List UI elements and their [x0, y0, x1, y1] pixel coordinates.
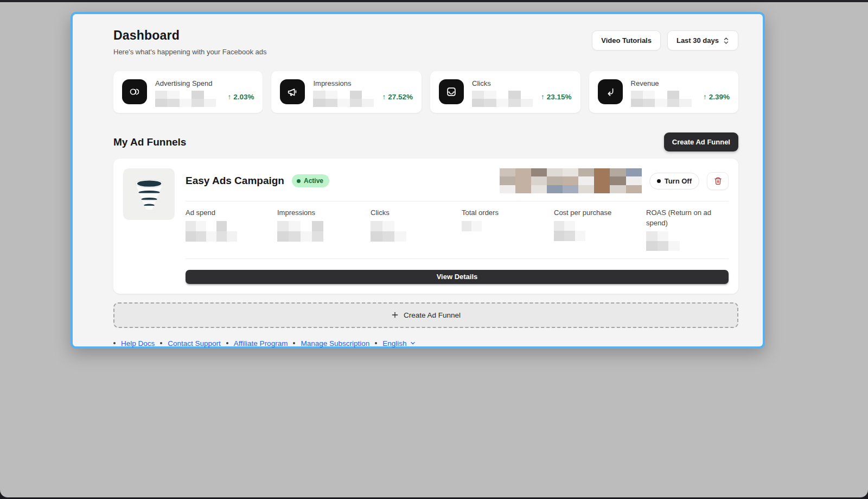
language-label: English [382, 339, 406, 348]
metric-label: Clicks [371, 208, 452, 218]
chevron-down-icon [410, 340, 416, 346]
funnels-section-header: My Ad Funnels Create Ad Funnel [113, 132, 738, 151]
stat-label: Revenue [631, 79, 692, 87]
stat-label: Advertising Spend [155, 79, 216, 87]
language-selector[interactable]: English [382, 339, 416, 348]
redacted-metric-value [646, 231, 680, 251]
turn-off-label: Turn Off [665, 177, 692, 185]
stat-change: ↑ 23.15% [541, 93, 572, 101]
metric-roas: ROAS (Return on ad spend) [646, 208, 729, 251]
stat-card-impressions: Impressions ↑ 27.52% [271, 71, 422, 113]
funnel-icon [128, 173, 170, 216]
stat-label: Clicks [472, 79, 533, 87]
stats-row: Advertising Spend ↑ 2.03% Imp [113, 71, 738, 113]
desktop-backdrop: Dashboard Here's what's happening with y… [0, 2, 868, 497]
app-window: Dashboard Here's what's happening with y… [71, 12, 765, 349]
trash-icon [714, 176, 722, 185]
stat-label: Impressions [313, 79, 374, 87]
stat-card-revenue: Revenue ↑ 2.39% [589, 71, 738, 113]
bullet-icon [113, 342, 116, 344]
bullet-icon [375, 342, 377, 344]
funnel-title-row: Easy Ads Campaign Active Turn Off [186, 168, 729, 193]
return-arrow-icon [598, 79, 623, 104]
stat-change: ↑ 27.52% [382, 93, 413, 101]
create-ad-funnel-cta-label: Create Ad Funnel [404, 311, 461, 319]
metric-label: Total orders [462, 208, 543, 218]
divider [186, 258, 729, 259]
header-actions: Video Tutorials Last 30 days [592, 30, 738, 50]
bullet-icon [293, 342, 295, 344]
redacted-metric-value [186, 221, 237, 242]
page-title: Dashboard [113, 28, 266, 43]
metric-label: Ad spend [186, 208, 267, 218]
video-tutorials-button[interactable]: Video Tutorials [592, 30, 661, 50]
date-range-select[interactable]: Last 30 days [667, 30, 738, 50]
create-ad-funnel-dashed-button[interactable]: Create Ad Funnel [113, 302, 738, 328]
manage-subscription-link[interactable]: Manage Subscription [301, 339, 369, 348]
redacted-ad-creatives [500, 168, 642, 193]
chevron-updown-icon [723, 37, 729, 45]
metric-label: Impressions [277, 208, 359, 218]
metric-label: Cost per purchase [554, 208, 635, 218]
redacted-stat-value [631, 91, 692, 107]
redacted-metric-value [554, 221, 585, 241]
contact-support-link[interactable]: Contact Support [168, 339, 221, 348]
header-titles: Dashboard Here's what's happening with y… [113, 28, 266, 56]
metric-clicks: Clicks [371, 208, 462, 251]
stat-change-value: 23.15% [547, 93, 572, 101]
divider [186, 201, 729, 201]
stat-content: Impressions [313, 79, 374, 107]
turn-off-button[interactable]: Turn Off [649, 173, 699, 190]
redacted-metric-value [371, 221, 406, 242]
funnel-card: Easy Ads Campaign Active Turn Off [113, 159, 738, 294]
stat-content: Revenue [631, 79, 692, 107]
funnel-name: Easy Ads Campaign [186, 175, 284, 187]
coins-icon [122, 79, 147, 104]
date-range-value: Last 30 days [676, 36, 719, 45]
funnel-card-body: Easy Ads Campaign Active Turn Off [186, 168, 729, 284]
stat-change: ↑ 2.03% [227, 93, 254, 101]
footer-links: Help Docs Contact Support Affiliate Prog… [113, 339, 738, 348]
video-tutorials-label: Video Tutorials [601, 36, 652, 45]
stat-content: Advertising Spend [155, 79, 216, 107]
up-arrow-icon: ↑ [382, 93, 386, 101]
stat-change-value: 2.03% [233, 93, 254, 101]
metric-cost-per-purchase: Cost per purchase [554, 208, 646, 251]
metric-total-orders: Total orders [462, 208, 554, 251]
stat-change: ↑ 2.39% [703, 93, 730, 101]
metric-impressions: Impressions [277, 208, 371, 251]
status-dot-icon [297, 179, 301, 183]
redacted-stat-value [155, 91, 216, 107]
power-dot-icon [657, 179, 661, 183]
funnel-metrics: Ad spend Impressions Clicks Total orders [186, 208, 729, 251]
inbox-icon [439, 79, 464, 104]
redacted-metric-value [277, 221, 323, 242]
stat-change-value: 2.39% [709, 93, 730, 101]
megaphone-icon [280, 79, 305, 104]
help-docs-link[interactable]: Help Docs [121, 339, 155, 348]
stat-change-value: 27.52% [388, 93, 413, 101]
funnels-section-title: My Ad Funnels [113, 136, 186, 148]
page-subtitle: Here's what's happening with your Facebo… [113, 48, 266, 56]
stat-card-clicks: Clicks ↑ 23.15% [430, 71, 580, 113]
redacted-stat-value [472, 91, 533, 107]
redacted-metric-value [462, 221, 492, 231]
create-ad-funnel-button[interactable]: Create Ad Funnel [664, 132, 738, 151]
redacted-stat-value [313, 91, 374, 107]
status-badge: Active [292, 174, 329, 187]
bullet-icon [226, 342, 228, 344]
page-header: Dashboard Here's what's happening with y… [113, 28, 738, 56]
metric-label: ROAS (Return on ad spend) [646, 208, 727, 229]
metric-ad-spend: Ad spend [186, 208, 277, 251]
funnel-thumbnail [123, 168, 175, 220]
plus-icon [391, 311, 399, 319]
view-details-button[interactable]: View Details [186, 270, 729, 284]
up-arrow-icon: ↑ [227, 93, 231, 101]
delete-funnel-button[interactable] [707, 172, 729, 190]
up-arrow-icon: ↑ [541, 93, 545, 101]
up-arrow-icon: ↑ [703, 93, 707, 101]
stat-content: Clicks [472, 79, 533, 107]
status-label: Active [304, 177, 323, 185]
stat-card-advertising-spend: Advertising Spend ↑ 2.03% [113, 71, 263, 113]
affiliate-program-link[interactable]: Affiliate Program [234, 339, 288, 348]
